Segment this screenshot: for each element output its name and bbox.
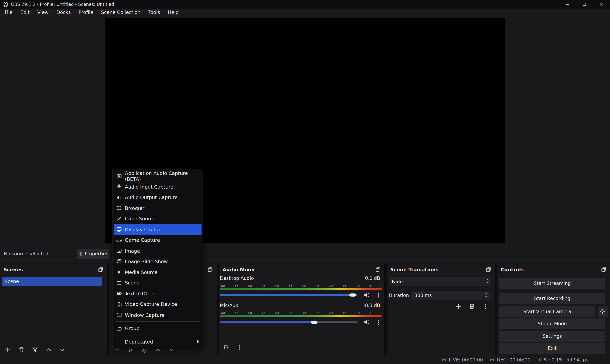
preview-toolbar: No source selected Properties: [0, 249, 610, 259]
properties-button[interactable]: Properties: [77, 249, 109, 259]
mixer-menu-button[interactable]: [235, 343, 243, 351]
gear-icon: [600, 309, 605, 314]
menu-tools[interactable]: Tools: [144, 9, 164, 16]
menu-item-display-capture[interactable]: Display Capture: [114, 224, 202, 235]
menu-separator: [116, 335, 200, 335]
menu-item-label: Video Capture Device: [125, 301, 177, 307]
db-tick-label: -15: [341, 311, 346, 315]
menu-item-image-slide-show[interactable]: Image Slide Show: [114, 256, 202, 267]
menu-scene-collection[interactable]: Scene Collection: [97, 9, 144, 16]
source-status-text: No source selected: [4, 251, 48, 257]
settings-button[interactable]: Settings: [499, 331, 605, 342]
duration-spinbox[interactable]: 300 ms: [411, 290, 490, 300]
menu-item-text-gdi[interactable]: ab Text (GDI+): [114, 288, 202, 299]
menu-item-window-capture[interactable]: Window Capture: [114, 310, 202, 320]
audio-mixer-title: Audio Mixer: [223, 266, 255, 272]
menu-item-label: Media Source: [125, 269, 157, 275]
volume-slider-handle[interactable]: [349, 294, 356, 297]
menu-item-audio-input-capture[interactable]: Audio Input Capture: [114, 181, 202, 192]
video-capture-device-icon: [116, 301, 122, 307]
menu-help[interactable]: Help: [164, 9, 182, 16]
filter-icon: [32, 347, 38, 353]
menu-item-label: Display Capture: [125, 227, 163, 232]
trash-icon: [18, 347, 25, 353]
transition-select[interactable]: Fade: [388, 277, 492, 286]
db-tick-label: -25: [314, 311, 319, 315]
plus-icon: [456, 303, 462, 309]
menu-docks[interactable]: Docks: [53, 9, 75, 16]
virtual-camera-settings-button[interactable]: [598, 306, 608, 317]
popout-icon[interactable]: [375, 266, 381, 273]
menu-item-image[interactable]: Image: [114, 246, 202, 256]
start-virtual-camera-button[interactable]: Start Virtual Camera: [499, 306, 595, 317]
properties-button-label: Properties: [85, 251, 108, 257]
menu-item-application-audio-capture[interactable]: Application Audio Capture (BETA): [114, 171, 202, 181]
menu-item-video-capture-device[interactable]: Video Capture Device: [114, 299, 202, 310]
popout-icon[interactable]: [97, 266, 103, 273]
menu-item-label: Audio Input Capture: [125, 184, 173, 190]
remove-transition-button[interactable]: [468, 302, 476, 310]
add-transition-button[interactable]: [455, 302, 462, 310]
chevron-up-icon: [45, 347, 52, 353]
audio-output-capture-icon: [116, 194, 122, 200]
menu-profile[interactable]: Profile: [75, 9, 97, 16]
studio-mode-button[interactable]: Studio Mode: [499, 318, 605, 329]
popout-icon[interactable]: [485, 266, 491, 273]
channel-menu-button[interactable]: [375, 318, 382, 326]
menu-item-media-source[interactable]: Media Source: [114, 267, 202, 277]
db-tick-label: -10: [355, 311, 360, 315]
display-capture-icon: [116, 226, 122, 233]
scene-list-item[interactable]: Scene: [2, 277, 102, 286]
start-recording-button[interactable]: Start Recording: [499, 293, 605, 304]
rec-status-text: REC: 00:00:00: [497, 357, 530, 363]
popout-icon[interactable]: [207, 266, 213, 273]
menu-item-label: Application Audio Capture (BETA): [125, 170, 199, 182]
add-scene-button[interactable]: [4, 346, 12, 353]
menu-separator: [116, 322, 200, 322]
menu-item-audio-output-capture[interactable]: Audio Output Capture: [114, 192, 202, 203]
volume-slider[interactable]: [220, 322, 357, 323]
db-scale: -60-55-50-45-40-35-30-25-20-15-10-50: [220, 311, 382, 315]
menu-item-game-capture[interactable]: Game Capture: [114, 235, 202, 246]
channel-name: Mic/Aux: [220, 303, 238, 309]
volume-slider[interactable]: [220, 294, 357, 296]
menu-item-label: Text (GDI+): [125, 291, 153, 297]
live-indicator-icon: [441, 357, 447, 363]
close-icon: [599, 2, 604, 7]
scene-filters-button[interactable]: [31, 346, 39, 353]
close-button[interactable]: [593, 0, 610, 9]
db-tick-label: -25: [314, 284, 319, 288]
spinner-arrows-icon[interactable]: [484, 292, 488, 299]
menu-edit[interactable]: Edit: [16, 9, 34, 16]
mixer-toolbar: [222, 343, 243, 351]
exit-button[interactable]: Exit: [499, 343, 605, 354]
maximize-button[interactable]: [576, 0, 593, 9]
window-title: OBS 29.1.2 - Profile: Untitled - Scenes:…: [11, 2, 114, 7]
scene-move-down-button[interactable]: [58, 346, 66, 353]
channel-name: Desktop Audio: [220, 276, 254, 282]
menu-item-browser[interactable]: Browser: [114, 203, 202, 213]
menu-item-color-source[interactable]: Color Source: [114, 213, 202, 224]
transitions-toolbar: [455, 302, 489, 310]
remove-scene-button[interactable]: [17, 346, 25, 353]
mute-button[interactable]: [363, 318, 370, 326]
minimize-button[interactable]: [559, 0, 576, 9]
scene-move-up-button[interactable]: [45, 346, 53, 353]
volume-slider-handle[interactable]: [311, 321, 317, 324]
transition-menu-button[interactable]: [481, 302, 489, 310]
db-tick-label: -35: [287, 284, 292, 288]
mute-button[interactable]: [363, 291, 370, 299]
menu-item-group[interactable]: Group: [114, 323, 202, 334]
menu-view[interactable]: View: [34, 9, 53, 16]
db-tick-label: -60: [220, 311, 225, 315]
channel-menu-button[interactable]: [375, 291, 382, 299]
menu-item-scene[interactable]: Scene: [114, 277, 202, 288]
start-streaming-button[interactable]: Start Streaming: [499, 278, 605, 289]
mixer-channel: Desktop Audio 0.0 dB -60-55-50-45-40-35-…: [219, 276, 384, 302]
minimize-icon: [565, 2, 569, 7]
menu-file[interactable]: File: [1, 9, 16, 16]
docks-area: Scenes Scene: [0, 263, 610, 355]
popout-icon[interactable]: [600, 266, 607, 273]
advanced-audio-button[interactable]: [222, 343, 230, 351]
menu-item-deprecated[interactable]: Deprecated: [114, 336, 202, 347]
